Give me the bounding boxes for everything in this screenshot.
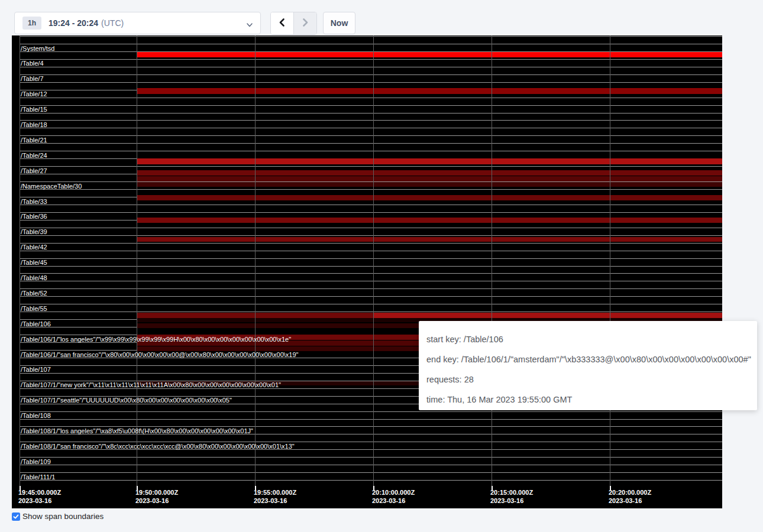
time-range-text: 19:24 - 20:24 bbox=[49, 18, 98, 28]
time-gridline bbox=[492, 35, 492, 486]
duration-badge: 1h bbox=[22, 17, 41, 30]
time-nav-buttons bbox=[270, 12, 317, 35]
tooltip-end-key: end key: /Table/106/1/"amsterdam"/"\xb33… bbox=[426, 352, 757, 367]
span-boundary-line bbox=[20, 205, 722, 205]
chevron-right-icon bbox=[301, 18, 309, 30]
span-boundary-line bbox=[20, 128, 722, 128]
tooltip-start-key: start key: /Table/106 bbox=[426, 332, 757, 347]
timezone-text: (UTC) bbox=[101, 18, 124, 28]
row-key-label: /Table/107/1/"new york"/"\x11\x11\x11\x1… bbox=[21, 381, 281, 388]
time-gridline bbox=[610, 35, 610, 486]
span-boundary-line bbox=[20, 243, 722, 244]
heat-band bbox=[137, 237, 722, 242]
span-boundary-line bbox=[20, 266, 722, 267]
tooltip-time: time: Thu, 16 Mar 2023 19:55:00 GMT bbox=[426, 392, 757, 407]
row-key-label: /Table/12 bbox=[21, 90, 47, 98]
time-range-selector[interactable]: 1h 19:24 - 20:24 (UTC) bbox=[14, 12, 261, 34]
span-boundary-line bbox=[20, 304, 722, 304]
span-boundary-line bbox=[20, 74, 722, 75]
x-axis-label: 19:55:00.000Z2023-03-16 bbox=[254, 488, 296, 505]
x-axis-label: 19:50:00.000Z2023-03-16 bbox=[135, 488, 178, 505]
row-key-label: /Table/27 bbox=[21, 167, 47, 174]
row-key-label: /Table/52 bbox=[21, 290, 47, 297]
span-boundary-line bbox=[20, 44, 722, 44]
span-boundary-line bbox=[20, 258, 722, 259]
row-key-label: /Table/24 bbox=[21, 152, 47, 159]
span-boundary-line bbox=[20, 465, 722, 465]
span-boundary-line bbox=[20, 67, 722, 67]
span-boundary-line bbox=[20, 212, 722, 213]
row-key-label: /Table/36 bbox=[21, 213, 47, 220]
span-boundary-line bbox=[20, 419, 722, 420]
span-boundary-line bbox=[20, 251, 722, 251]
row-key-label: /Table/7 bbox=[21, 75, 44, 82]
x-axis-label: 20:20:00.000Z2023-03-16 bbox=[609, 488, 651, 505]
span-boundary-line bbox=[20, 36, 722, 37]
heat-band bbox=[137, 158, 722, 164]
span-boundary-line bbox=[20, 296, 722, 297]
span-boundary-line bbox=[20, 135, 722, 136]
row-key-label: /NamespaceTable/30 bbox=[21, 183, 82, 190]
row-key-label: /Table/55 bbox=[21, 305, 47, 312]
span-boundary-line bbox=[20, 82, 722, 83]
span-boundary-line bbox=[20, 288, 722, 289]
heat-band bbox=[373, 313, 722, 318]
heat-band bbox=[137, 88, 722, 94]
span-boundary-line bbox=[20, 273, 722, 274]
toolbar: 1h 19:24 - 20:24 (UTC) Now bbox=[0, 0, 763, 35]
heat-band bbox=[137, 52, 722, 57]
span-boundary-line bbox=[20, 59, 722, 60]
span-boundary-line bbox=[20, 166, 722, 167]
heat-band bbox=[137, 176, 722, 181]
span-boundary-line bbox=[20, 480, 722, 481]
x-axis-label: 19:45:00.000Z2023-03-16 bbox=[18, 488, 61, 505]
row-key-label: /Table/42 bbox=[21, 244, 47, 251]
time-gridline bbox=[373, 35, 374, 486]
row-key-label: /Table/15 bbox=[21, 106, 47, 113]
row-key-label: /Table/108 bbox=[21, 412, 51, 419]
span-boundary-line bbox=[20, 143, 722, 144]
heatmap-tooltip: start key: /Table/106 end key: /Table/10… bbox=[419, 321, 757, 410]
row-key-label: /Table/109 bbox=[21, 458, 51, 465]
time-gridline bbox=[255, 35, 256, 486]
heat-band bbox=[137, 218, 722, 223]
now-button[interactable]: Now bbox=[323, 12, 355, 34]
span-boundary-line bbox=[20, 472, 722, 473]
show-span-boundaries-checkbox[interactable] bbox=[12, 512, 20, 521]
show-span-boundaries-label[interactable]: Show span boundaries bbox=[22, 512, 104, 521]
key-visualizer-heatmap[interactable]: 19:45:00.000Z2023-03-1619:50:00.000Z2023… bbox=[12, 35, 722, 508]
chevron-down-icon bbox=[246, 20, 253, 31]
span-boundary-line bbox=[20, 113, 722, 113]
previous-interval-button[interactable] bbox=[271, 12, 294, 34]
heat-band bbox=[137, 170, 722, 176]
row-key-label: /Table/21 bbox=[21, 137, 47, 144]
span-boundary-line bbox=[20, 151, 722, 151]
x-axis-label: 20:10:00.000Z2023-03-16 bbox=[372, 488, 415, 505]
next-interval-button[interactable] bbox=[294, 12, 316, 34]
row-key-label: /Table/107/1/"seattle"/"UUUUUUD\x00\x80\… bbox=[21, 397, 232, 404]
chevron-left-icon bbox=[278, 18, 286, 30]
heat-band bbox=[137, 195, 722, 200]
row-key-label: /Table/108/1/"san francisco"/"\x8c\xcc\x… bbox=[21, 443, 295, 450]
span-boundary-line bbox=[20, 228, 722, 228]
row-key-label: /Table/106 bbox=[21, 320, 51, 327]
row-key-label: /Table/39 bbox=[21, 228, 47, 235]
span-boundary-line bbox=[20, 189, 722, 190]
span-boundary-line bbox=[20, 105, 722, 106]
span-boundaries-row: Show span boundaries bbox=[12, 512, 104, 521]
row-key-label: /System/tsd bbox=[21, 45, 54, 52]
row-key-label: /Table/18 bbox=[21, 121, 47, 128]
time-gridline bbox=[137, 35, 137, 486]
heat-band bbox=[137, 182, 722, 187]
row-key-label: /Table/108/1/"los angeles"/"\xa8\xf5\u00… bbox=[21, 427, 253, 434]
x-axis-label: 20:15:00.000Z2023-03-16 bbox=[490, 488, 533, 505]
span-boundary-line bbox=[20, 98, 722, 98]
span-boundary-line bbox=[20, 235, 722, 236]
span-boundary-line bbox=[20, 281, 722, 281]
time-gridline bbox=[20, 35, 20, 486]
span-boundary-line bbox=[20, 411, 722, 412]
row-key-label: /Table/4 bbox=[21, 60, 44, 67]
span-boundary-line bbox=[20, 457, 722, 458]
row-key-label: /Table/33 bbox=[21, 198, 47, 205]
row-key-label: /Table/111/1 bbox=[21, 473, 55, 481]
